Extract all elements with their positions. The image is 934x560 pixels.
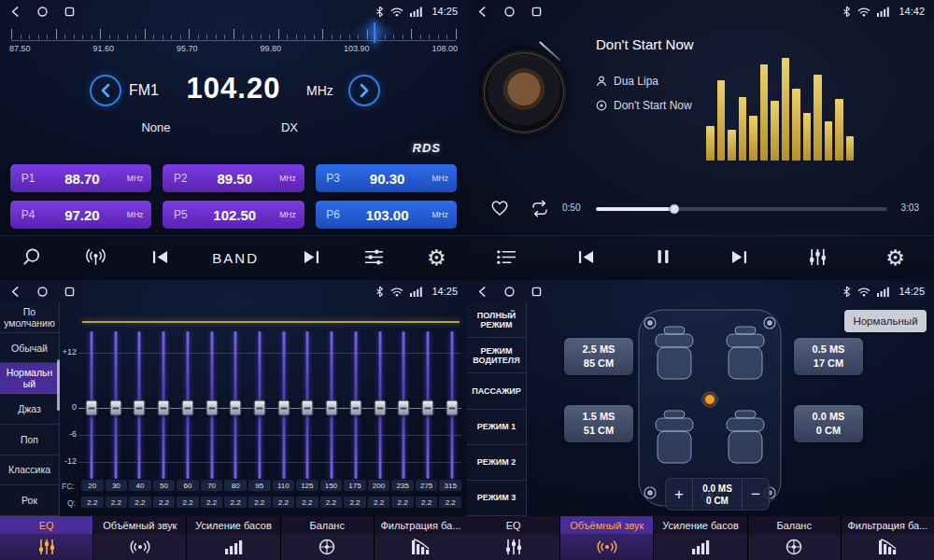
- surround-mode-item[interactable]: РЕЖИМ 2: [467, 445, 526, 481]
- eq-slider-knob[interactable]: [277, 400, 290, 416]
- radio-preset-button[interactable]: P6103.00MHz: [316, 201, 457, 229]
- music-progress-knob[interactable]: [670, 204, 680, 215]
- radio-preset-button[interactable]: P390.30MHz: [316, 164, 457, 192]
- eq-band-slider[interactable]: [443, 331, 461, 479]
- next-button[interactable]: [729, 249, 750, 268]
- nav-back-button[interactable]: [476, 6, 488, 18]
- eq-band-slider[interactable]: [371, 331, 389, 479]
- tab-filter[interactable]: Фильтрация ба...: [375, 516, 467, 560]
- nav-recents-button[interactable]: [531, 286, 543, 298]
- sound-profile-button[interactable]: Нормальный: [844, 310, 927, 332]
- tab-bass-boost[interactable]: Усиление басов: [654, 516, 747, 560]
- eq-slider-knob[interactable]: [134, 400, 146, 416]
- eq-slider-knob[interactable]: [326, 400, 338, 416]
- previous-button[interactable]: [149, 249, 171, 268]
- front-left-delay-button[interactable]: 2.5 MS 85 CM: [564, 338, 633, 375]
- pause-button[interactable]: [656, 248, 671, 268]
- nav-recents-button[interactable]: [64, 286, 76, 298]
- eq-slider-knob[interactable]: [398, 400, 410, 416]
- surround-mode-item[interactable]: РЕЖИМ 1: [467, 410, 526, 445]
- nav-back-button[interactable]: [9, 6, 21, 18]
- surround-mode-item[interactable]: РЕЖИМ ВОДИТЕЛЯ: [467, 338, 526, 373]
- repeat-button[interactable]: [529, 200, 551, 220]
- scan-button[interactable]: [21, 246, 42, 271]
- eq-slider-knob[interactable]: [302, 400, 314, 416]
- equalizer-button[interactable]: [363, 248, 385, 269]
- eq-slider-knob[interactable]: [205, 400, 218, 416]
- eq-slider-knob[interactable]: [349, 400, 361, 416]
- settings-button[interactable]: ⚙: [427, 247, 446, 269]
- eq-band-slider[interactable]: [394, 331, 413, 479]
- increase-button[interactable]: +: [666, 479, 692, 510]
- tab-eq[interactable]: EQ: [0, 516, 93, 560]
- eq-band-slider[interactable]: [275, 331, 293, 479]
- eq-band-slider[interactable]: [250, 331, 269, 479]
- nav-home-button[interactable]: [36, 6, 49, 18]
- tab-surround-sound[interactable]: Объёмный звук: [560, 516, 654, 560]
- radio-preset-button[interactable]: P188.70MHz: [10, 164, 151, 192]
- tab-eq[interactable]: EQ: [467, 516, 560, 560]
- nav-home-button[interactable]: [503, 6, 516, 18]
- eq-band-slider[interactable]: [322, 331, 341, 479]
- eq-preset-item[interactable]: По умолчанию: [0, 302, 59, 333]
- radio-frequency-ruler[interactable]: [11, 25, 456, 41]
- eq-band-slider[interactable]: [82, 331, 101, 479]
- eq-slider-knob[interactable]: [181, 400, 193, 416]
- eq-band-slider[interactable]: [298, 331, 317, 479]
- eq-band-slider[interactable]: [178, 331, 197, 479]
- eq-band-slider[interactable]: [347, 331, 365, 479]
- surround-mode-item[interactable]: ПАССАЖИР: [467, 373, 526, 409]
- nav-back-button[interactable]: [9, 286, 21, 298]
- eq-band-slider[interactable]: [226, 331, 245, 479]
- eq-band-slider[interactable]: [130, 331, 149, 479]
- previous-button[interactable]: [575, 249, 597, 268]
- eq-preset-item[interactable]: Нормальный: [0, 363, 59, 394]
- next-button[interactable]: [301, 249, 322, 268]
- tune-down-button[interactable]: [90, 75, 121, 106]
- eq-slider-knob[interactable]: [86, 400, 98, 416]
- eq-slider-knob[interactable]: [446, 400, 458, 416]
- eq-slider-knob[interactable]: [230, 400, 242, 416]
- eq-slider-knob[interactable]: [158, 400, 170, 416]
- nav-home-button[interactable]: [503, 286, 516, 298]
- surround-mode-item[interactable]: ПОЛНЫЙ РЕЖИМ: [467, 302, 526, 338]
- radio-waves-button[interactable]: [84, 246, 107, 271]
- tab-balance[interactable]: Баланс: [748, 516, 842, 560]
- tune-up-button[interactable]: [348, 75, 380, 106]
- eq-preset-item[interactable]: Рок: [0, 485, 59, 516]
- eq-slider-knob[interactable]: [254, 400, 266, 416]
- ruler-tick: [198, 35, 199, 39]
- nav-recents-button[interactable]: [64, 6, 76, 18]
- radio-preset-button[interactable]: P497.20MHz: [10, 201, 151, 229]
- tab-bass-boost[interactable]: Усиление басов: [187, 516, 280, 560]
- tab-balance[interactable]: Баланс: [281, 516, 375, 560]
- eq-slider-knob[interactable]: [422, 400, 434, 416]
- music-progress-bar[interactable]: [596, 207, 887, 211]
- nav-recents-button[interactable]: [531, 6, 543, 18]
- eq-slider-knob[interactable]: [374, 400, 386, 416]
- radio-preset-button[interactable]: P289.50MHz: [163, 164, 304, 192]
- rear-left-delay-button[interactable]: 1.5 MS 51 CM: [564, 405, 633, 442]
- surround-mode-item[interactable]: РЕЖИМ 3: [467, 481, 526, 516]
- favorite-button[interactable]: [489, 198, 510, 219]
- ruler-tick: [92, 35, 92, 39]
- radio-preset-button[interactable]: P5102.50MHz: [163, 201, 304, 229]
- nav-back-button[interactable]: [476, 286, 488, 298]
- rear-right-delay-button[interactable]: 0.0 MS 0 CM: [794, 405, 863, 442]
- settings-button[interactable]: ⚙: [885, 247, 905, 269]
- nav-home-button[interactable]: [36, 286, 49, 298]
- frequency-scale-label: 103.90: [344, 44, 370, 53]
- eq-slider-knob[interactable]: [109, 400, 121, 416]
- tab-surround-sound[interactable]: Объёмный звук: [93, 516, 187, 560]
- eq-band-slider[interactable]: [106, 331, 125, 479]
- band-button[interactable]: BAND: [212, 250, 259, 266]
- decrease-button[interactable]: −: [743, 479, 769, 510]
- eq-band-slider[interactable]: [203, 331, 221, 479]
- tab-filter[interactable]: Фильтрация ба...: [842, 516, 934, 560]
- eq-band-slider[interactable]: [418, 331, 437, 479]
- front-right-delay-button[interactable]: 0.5 MS 17 CM: [794, 338, 863, 375]
- eq-band-slider[interactable]: [154, 331, 173, 479]
- eq-scrollbar[interactable]: [57, 359, 60, 411]
- playlist-button[interactable]: [496, 249, 517, 268]
- equalizer-button[interactable]: [808, 247, 828, 270]
